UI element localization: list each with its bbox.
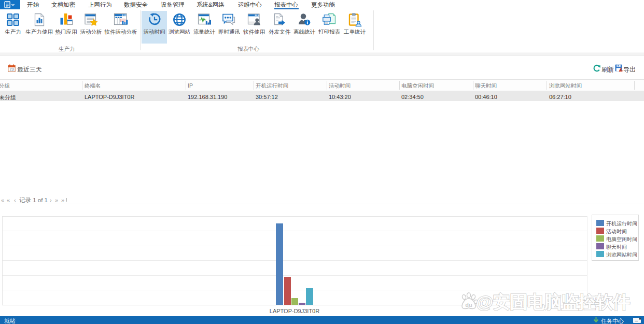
svg-text:23: 23 [10, 67, 14, 71]
svg-text:@安固电脑监控软件: @安固电脑监控软件 [476, 292, 630, 312]
svg-text:du: du [465, 302, 472, 308]
